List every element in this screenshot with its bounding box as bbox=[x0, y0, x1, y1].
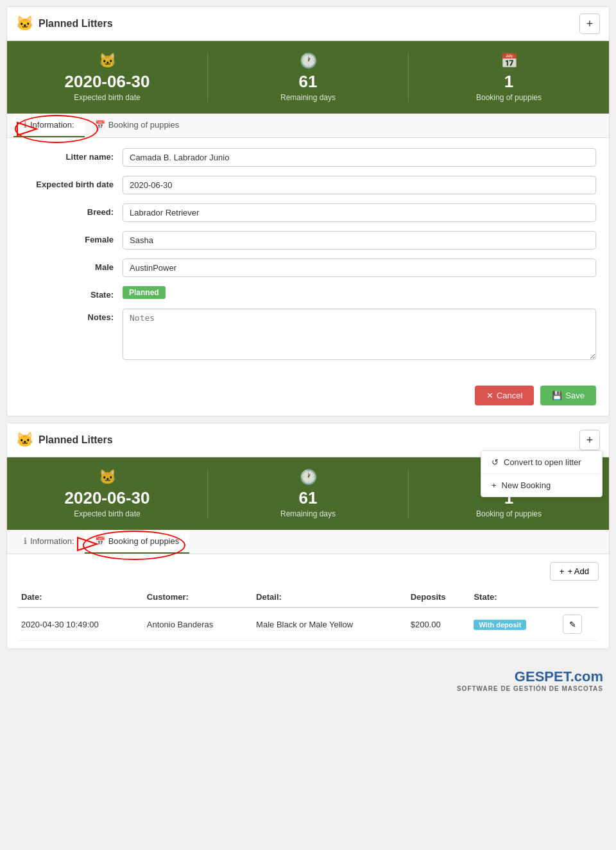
section-header-1: 🐱 Planned Litters + bbox=[7, 7, 609, 41]
new-booking-icon: + bbox=[492, 480, 497, 490]
add-icon: + bbox=[560, 566, 565, 576]
save-button[interactable]: 💾 Save bbox=[540, 386, 596, 405]
stats-bar-1: 🐱 2020-06-30 Expected birth date 🕐 61 Re… bbox=[7, 41, 609, 114]
breed-input[interactable] bbox=[123, 203, 596, 222]
notes-label: Notes: bbox=[20, 309, 123, 322]
breed-label: Breed: bbox=[20, 203, 123, 217]
section-title-2: 🐱 Planned Litters bbox=[16, 432, 113, 448]
tab-booking-2[interactable]: 📅 Booking of puppies bbox=[85, 530, 190, 554]
form-row-male: Male bbox=[20, 259, 596, 277]
form-row-breed: Breed: bbox=[20, 203, 596, 222]
stat-remaining-days-2: 🕐 61 Remaining days bbox=[208, 469, 409, 518]
cat-icon-1: 🐱 bbox=[16, 15, 33, 32]
litter-name-label: Litter name: bbox=[20, 148, 123, 162]
convert-to-open-litter-item[interactable]: ↺ Convert to open litter bbox=[481, 451, 602, 474]
remaining-days-label-2: Remaining days bbox=[208, 509, 408, 518]
bookings-label-1: Booking of puppies bbox=[409, 93, 609, 102]
form-row-notes: Notes: bbox=[20, 309, 596, 360]
tab-information-2[interactable]: ℹ Information: bbox=[13, 530, 85, 554]
table-row: 2020-04-30 10:49:00 Antonio Banderas Mal… bbox=[17, 608, 599, 641]
state-badge-deposit: With deposit bbox=[474, 620, 526, 630]
bookings-label-2: Booking of puppies bbox=[409, 509, 609, 518]
birth-date-label-2: Expected birth date bbox=[7, 509, 207, 518]
col-detail: Detail: bbox=[252, 587, 407, 608]
col-date: Date: bbox=[17, 587, 143, 608]
birth-date-icon-2: 🐱 bbox=[7, 469, 207, 486]
tab-booking-1[interactable]: 📅 Booking of puppies bbox=[85, 114, 190, 137]
clock-icon-2: 🕐 bbox=[208, 469, 408, 486]
table-header-row: Date: Customer: Detail: Deposits State: bbox=[17, 587, 599, 608]
brand-name: GESPET.com bbox=[515, 668, 603, 684]
page-title-2: Planned Litters bbox=[38, 434, 113, 446]
new-booking-item[interactable]: + New Booking bbox=[481, 474, 602, 497]
dropdown-menu: ↺ Convert to open litter + New Booking bbox=[481, 450, 603, 497]
birth-date-value-1: 2020-06-30 bbox=[7, 72, 207, 92]
birth-date-label: Expected birth date bbox=[20, 176, 123, 189]
state-badge: Planned bbox=[123, 286, 166, 299]
cat-icon-2: 🐱 bbox=[16, 432, 33, 448]
bookings-table: Date: Customer: Detail: Deposits State: … bbox=[17, 587, 599, 641]
col-deposits: Deposits bbox=[407, 587, 470, 608]
male-input[interactable] bbox=[123, 259, 596, 277]
remaining-days-value-2: 61 bbox=[208, 488, 408, 508]
col-customer: Customer: bbox=[143, 587, 252, 608]
first-section: 🐱 Planned Litters + 🐱 2020-06-30 Expecte… bbox=[6, 6, 610, 416]
page-title-1: Planned Litters bbox=[38, 18, 113, 30]
save-icon: 💾 bbox=[552, 391, 562, 400]
calendar-tab-icon-2: 📅 bbox=[95, 536, 105, 546]
form-row-state: State: Planned bbox=[20, 286, 596, 300]
brand-sub: SOFTWARE DE GESTIÓN DE MASCOTAS bbox=[13, 685, 603, 692]
add-litter-button-2[interactable]: + bbox=[579, 430, 600, 450]
state-label: State: bbox=[20, 286, 123, 300]
cancel-icon: ✕ bbox=[486, 391, 493, 400]
edit-booking-button[interactable]: ✎ bbox=[563, 615, 582, 634]
col-state: State: bbox=[470, 587, 559, 608]
bookings-value-1: 1 bbox=[409, 72, 609, 92]
calendar-icon-1: 📅 bbox=[409, 53, 609, 69]
cancel-button[interactable]: ✕ Cancel bbox=[475, 386, 534, 405]
tab-information-1[interactable]: ℹ Information: bbox=[13, 114, 85, 137]
birth-date-label-1: Expected birth date bbox=[7, 93, 207, 102]
add-booking-button[interactable]: + + Add bbox=[550, 562, 599, 581]
booking-detail: Male Black or Male Yellow bbox=[252, 608, 407, 641]
clock-icon-1: 🕐 bbox=[208, 53, 408, 69]
male-label: Male bbox=[20, 259, 123, 272]
birth-date-input[interactable] bbox=[123, 176, 596, 194]
form-row-female: Female bbox=[20, 231, 596, 250]
section-title-1: 🐱 Planned Litters bbox=[16, 15, 113, 32]
remaining-days-label-1: Remaining days bbox=[208, 93, 408, 102]
booking-date: 2020-04-30 10:49:00 bbox=[17, 608, 143, 641]
female-input[interactable] bbox=[123, 231, 596, 250]
form-actions: ✕ Cancel 💾 Save bbox=[7, 379, 609, 416]
stat-bookings-1: 📅 1 Booking of puppies bbox=[409, 53, 609, 102]
info-icon-1: ℹ bbox=[24, 120, 27, 130]
litter-name-input[interactable] bbox=[123, 148, 596, 167]
female-label: Female bbox=[20, 231, 123, 244]
remaining-days-value-1: 61 bbox=[208, 72, 408, 92]
tabs-bar-1: ℹ Information: 📅 Booking of puppies bbox=[7, 114, 609, 138]
booking-body: + + Add Date: Customer: Detail: Deposits… bbox=[7, 554, 609, 649]
col-actions bbox=[559, 587, 599, 608]
booking-state: With deposit bbox=[470, 608, 559, 641]
second-section: 🐱 Planned Litters + ↺ Convert to open li… bbox=[6, 423, 610, 649]
stat-remaining-days-1: 🕐 61 Remaining days bbox=[208, 53, 409, 102]
calendar-tab-icon-1: 📅 bbox=[95, 120, 105, 130]
tabs-bar-2: ℹ Information: 📅 Booking of puppies bbox=[7, 530, 609, 554]
birth-date-icon-1: 🐱 bbox=[7, 53, 207, 69]
form-body: Litter name: Expected birth date Breed: … bbox=[7, 138, 609, 379]
booking-customer: Antonio Banderas bbox=[143, 608, 252, 641]
info-icon-2: ℹ bbox=[24, 536, 27, 546]
booking-actions: ✎ bbox=[559, 608, 599, 641]
form-row-birth-date: Expected birth date bbox=[20, 176, 596, 194]
form-row-litter-name: Litter name: bbox=[20, 148, 596, 167]
notes-textarea[interactable] bbox=[123, 309, 596, 360]
stat-birth-date-2: 🐱 2020-06-30 Expected birth date bbox=[7, 469, 208, 518]
add-litter-button-1[interactable]: + bbox=[579, 13, 600, 34]
stat-birth-date-1: 🐱 2020-06-30 Expected birth date bbox=[7, 53, 208, 102]
booking-deposits: $200.00 bbox=[407, 608, 470, 641]
convert-icon: ↺ bbox=[492, 457, 499, 467]
birth-date-value-2: 2020-06-30 bbox=[7, 488, 207, 508]
footer-brand: GESPET.com SOFTWARE DE GESTIÓN DE MASCOT… bbox=[0, 656, 616, 699]
